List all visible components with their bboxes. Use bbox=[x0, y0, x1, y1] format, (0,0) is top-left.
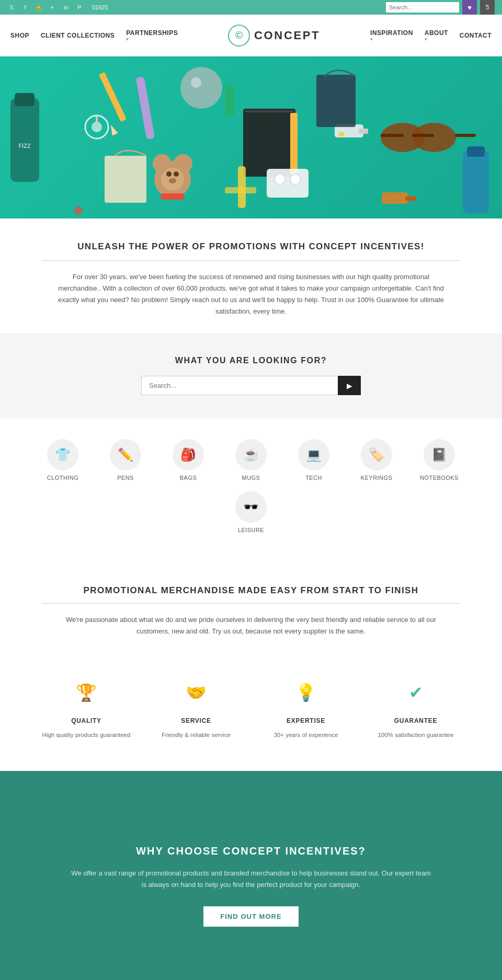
nav-client-collections[interactable]: CLIENT COLLECTIONS bbox=[41, 32, 115, 39]
feature-desc: High quality products guaranteed bbox=[42, 731, 131, 740]
svg-rect-42 bbox=[225, 85, 234, 117]
svg-rect-6 bbox=[99, 72, 127, 122]
svg-point-41 bbox=[74, 206, 83, 215]
nav-partnerships[interactable]: PARTNERSHIPS ▾ bbox=[126, 29, 178, 42]
category-item[interactable]: 📓Notebooks bbox=[413, 439, 465, 481]
category-icon: 🏷️ bbox=[361, 439, 392, 470]
facebook-icon[interactable]: f bbox=[21, 3, 29, 11]
feature-icon: 💡 bbox=[288, 674, 324, 711]
feature-label: SERVICE bbox=[181, 717, 211, 724]
cart-icon[interactable]: ♥ bbox=[462, 0, 477, 15]
svg-point-24 bbox=[275, 174, 285, 185]
category-label: Tech bbox=[305, 475, 322, 481]
category-label: Notebooks bbox=[420, 475, 459, 481]
svg-rect-37 bbox=[405, 197, 416, 201]
merch-heading: PROMOTIONAL MERCHANDISE MADE EASY FROM S… bbox=[42, 585, 460, 596]
svg-rect-8 bbox=[136, 76, 155, 140]
top-bar: 𝕏 f 🔒 + in P 01625 ♥ 5 bbox=[0, 0, 502, 15]
svg-rect-12 bbox=[243, 109, 295, 177]
hero-section: FIZZ bbox=[0, 56, 502, 218]
category-icon: 🎒 bbox=[173, 439, 204, 470]
logo-circle: © bbox=[228, 25, 250, 47]
svg-point-10 bbox=[180, 67, 222, 109]
nav-left: SHOP CLIENT COLLECTIONS PARTNERSHIPS ▾ bbox=[10, 29, 178, 42]
twitter-icon[interactable]: 𝕏 bbox=[7, 3, 16, 11]
svg-rect-1 bbox=[15, 93, 35, 106]
phone-number: 01625 bbox=[92, 4, 108, 10]
svg-rect-39 bbox=[467, 146, 485, 157]
feature-desc: Friendly & reliable service bbox=[162, 731, 231, 740]
intro-section: UNLEASH THE POWER OF PROMOTIONS WITH CON… bbox=[0, 218, 502, 333]
category-item[interactable]: 🎒Bags bbox=[162, 439, 214, 481]
category-item[interactable]: 🕶️Leisure bbox=[225, 491, 277, 533]
search-section: WHAT YOU ARE LOOKING FOR? ▶ bbox=[0, 333, 502, 418]
svg-rect-16 bbox=[359, 129, 368, 134]
svg-point-30 bbox=[166, 171, 172, 177]
svg-point-25 bbox=[290, 174, 301, 185]
category-section: 👕Clothing✏️Pens🎒Bags☕Mugs💻Tech🏷️Keyrings… bbox=[0, 418, 502, 559]
main-nav: SHOP CLIENT COLLECTIONS PARTNERSHIPS ▾ ©… bbox=[0, 15, 502, 56]
svg-rect-14 bbox=[290, 113, 298, 176]
svg-rect-13 bbox=[245, 110, 294, 112]
lock-icon[interactable]: 🔒 bbox=[35, 3, 43, 11]
svg-rect-5 bbox=[96, 117, 98, 127]
search-heading: WHAT YOU ARE LOOKING FOR? bbox=[42, 356, 460, 365]
nav-logo[interactable]: © CONCEPT bbox=[228, 25, 320, 47]
svg-rect-22 bbox=[455, 134, 476, 137]
top-search-input[interactable] bbox=[386, 2, 459, 13]
intro-heading: UNLEASH THE POWER OF PROMOTIONS WITH CON… bbox=[42, 241, 460, 252]
user-count: 5 bbox=[486, 4, 489, 11]
search-input[interactable] bbox=[141, 376, 338, 395]
merch-section: PROMOTIONAL MERCHANDISE MADE EASY FROM S… bbox=[0, 559, 502, 653]
teal-banner-inner: WHY CHOOSE CONCEPT INCENTIVES? We offer … bbox=[68, 845, 434, 927]
user-icon[interactable]: 5 bbox=[480, 0, 495, 15]
nav-contact[interactable]: CONTACT bbox=[460, 32, 492, 39]
teal-banner: WHY CHOOSE CONCEPT INCENTIVES? We offer … bbox=[0, 771, 502, 980]
pinterest-icon[interactable]: P bbox=[75, 3, 84, 11]
svg-point-31 bbox=[174, 171, 179, 177]
feature-item: 🤝SERVICEFriendly & reliable service bbox=[141, 674, 251, 740]
nav-right: INSPIRATION ▾ ABOUT ▾ CONTACT bbox=[370, 29, 492, 42]
merch-divider bbox=[42, 603, 460, 604]
category-label: Clothing bbox=[47, 475, 78, 481]
nav-shop[interactable]: SHOP bbox=[10, 32, 29, 39]
category-item[interactable]: 👕Clothing bbox=[37, 439, 89, 481]
intro-divider bbox=[42, 260, 460, 261]
feature-desc: 30+ years of experience bbox=[273, 731, 338, 740]
nav-inspiration[interactable]: INSPIRATION ▾ bbox=[370, 29, 413, 42]
category-label: Leisure bbox=[238, 527, 264, 533]
svg-rect-36 bbox=[382, 192, 408, 204]
feature-icon: 🏆 bbox=[68, 674, 105, 711]
feature-icon: 🤝 bbox=[178, 674, 214, 711]
category-icon: ✏️ bbox=[110, 439, 141, 470]
svg-point-32 bbox=[169, 178, 176, 183]
category-label: Keyrings bbox=[361, 475, 392, 481]
svg-point-11 bbox=[191, 77, 201, 88]
top-bar-left: 𝕏 f 🔒 + in P 01625 bbox=[7, 3, 108, 11]
svg-text:FIZZ: FIZZ bbox=[18, 143, 30, 149]
teal-banner-button[interactable]: FIND OUT MORE bbox=[203, 906, 299, 927]
svg-rect-21 bbox=[412, 134, 434, 137]
svg-rect-40 bbox=[316, 75, 356, 127]
svg-rect-38 bbox=[463, 151, 489, 213]
nav-about[interactable]: ABOUT ▾ bbox=[425, 29, 448, 42]
feature-desc: 100% satisfaction guarantee bbox=[378, 731, 453, 740]
category-label: Bags bbox=[180, 475, 197, 481]
category-item[interactable]: 🏷️Keyrings bbox=[350, 439, 403, 481]
category-item[interactable]: ✏️Pens bbox=[99, 439, 152, 481]
plus-icon[interactable]: + bbox=[48, 3, 56, 11]
svg-rect-9 bbox=[105, 156, 146, 203]
category-icon: 👕 bbox=[47, 439, 78, 470]
category-item[interactable]: 💻Tech bbox=[288, 439, 340, 481]
search-bar: ▶ bbox=[141, 376, 361, 395]
linkedin-icon[interactable]: in bbox=[62, 3, 70, 11]
category-item[interactable]: ☕Mugs bbox=[225, 439, 277, 481]
category-label: Pens bbox=[117, 475, 134, 481]
search-button[interactable]: ▶ bbox=[338, 376, 361, 395]
hero-background: FIZZ bbox=[0, 56, 502, 218]
category-label: Mugs bbox=[242, 475, 260, 481]
category-icon: 💻 bbox=[298, 439, 329, 470]
svg-rect-0 bbox=[10, 98, 39, 182]
svg-rect-23 bbox=[267, 169, 309, 198]
feature-item: 💡EXPERTISE30+ years of experience bbox=[251, 674, 361, 740]
